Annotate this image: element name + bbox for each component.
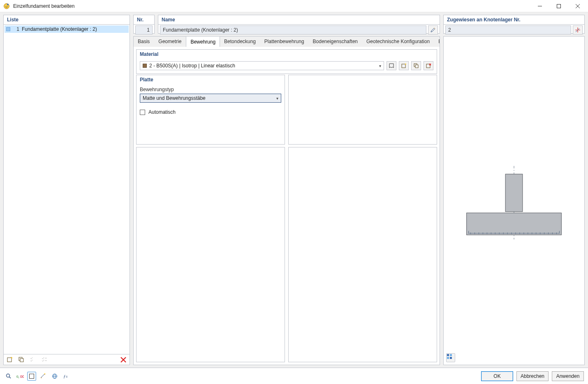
delete-item-button[interactable] — [119, 355, 128, 364]
svg-rect-15 — [415, 65, 418, 68]
svg-rect-55 — [30, 374, 34, 378]
svg-rect-6 — [7, 358, 12, 362]
ok-button[interactable]: OK — [481, 371, 513, 381]
workspace: Liste 1 Fundamentplatte (Knotenlager : 2… — [0, 12, 588, 368]
checklist-button[interactable] — [28, 355, 37, 364]
header-row: Nr. Name — [133, 15, 440, 34]
right-column: Zugewiesen an Knotenlager Nr. — [443, 15, 585, 365]
material-swatch — [143, 64, 147, 68]
assigned-pick-button[interactable] — [573, 25, 583, 34]
apply-button[interactable]: Anwenden — [552, 371, 584, 381]
svg-point-56 — [44, 373, 46, 374]
material-new-button[interactable] — [399, 61, 409, 70]
material-delete-button[interactable] — [424, 61, 433, 70]
tab-geometrie[interactable]: Geometrie — [154, 37, 186, 47]
footer-dimension-button[interactable] — [39, 372, 48, 381]
bewehrungstyp-value: Matte und Bewehrungsstäbe — [143, 95, 206, 101]
name-input[interactable] — [160, 25, 426, 34]
list-panel: Liste 1 Fundamentplatte (Knotenlager : 2… — [3, 15, 130, 365]
svg-rect-50 — [450, 357, 452, 359]
number-input[interactable] — [135, 25, 153, 34]
svg-rect-21 — [467, 213, 562, 235]
svg-rect-47 — [447, 354, 449, 356]
list-item-1[interactable]: 1 Fundamentplatte (Knotenlager : 2) — [5, 25, 129, 33]
assigned-input[interactable] — [445, 25, 571, 34]
new-item-button[interactable] — [5, 355, 14, 364]
checkbox-box — [140, 110, 145, 115]
chevron-down-icon: ▾ — [276, 96, 278, 101]
title-bar: Einzelfundament bearbeiten — [0, 0, 588, 12]
tab-bodeneigenschaften[interactable]: Bodeneigenschaften — [309, 37, 362, 47]
preview-svg — [444, 37, 584, 365]
number-box: Nr. — [133, 15, 155, 34]
window-controls — [530, 0, 587, 12]
automatisch-label: Automatisch — [148, 109, 176, 115]
svg-point-1 — [7, 4, 9, 5]
name-header: Name — [158, 15, 440, 25]
material-combo[interactable]: 2 - B500S(A) | Isotrop | Linear elastisc… — [140, 61, 384, 70]
minimize-button[interactable] — [530, 0, 549, 12]
footer-left-tools: 0,00 ƒ≡ — [4, 372, 71, 381]
material-library-button[interactable] — [387, 61, 396, 70]
list-body[interactable]: 1 Fundamentplatte (Knotenlager : 2) — [4, 25, 130, 354]
svg-point-51 — [7, 374, 10, 377]
bewehrungstyp-label: Bewehrungstyp — [140, 87, 281, 92]
tab-betonkonf[interactable]: Betonkonfiguration — [434, 37, 440, 47]
platte-empty-card — [288, 75, 437, 145]
list-item-label: Fundamentplatte (Knotenlager : 2) — [22, 26, 97, 32]
list-header: Liste — [4, 15, 130, 25]
tab-plattenbewehrung[interactable]: Plattenbewehrung — [260, 37, 309, 47]
svg-rect-20 — [505, 174, 523, 212]
platte-row: Platte Bewehrungstyp Matte und Bewehrung… — [136, 75, 437, 145]
assigned-header: Zugewiesen an Knotenlager Nr. — [444, 15, 584, 25]
tab-basis[interactable]: Basis — [134, 37, 154, 47]
app-icon — [3, 3, 10, 9]
list-toolbar — [4, 354, 130, 365]
tab-betondeckung[interactable]: Betondeckung — [220, 37, 260, 47]
svg-text:00: 00 — [20, 375, 24, 379]
svg-point-7 — [11, 357, 12, 359]
platte-header: Platte — [137, 75, 285, 84]
footer-search-button[interactable] — [4, 372, 13, 381]
list-item-color-swatch — [6, 27, 10, 31]
svg-rect-3 — [557, 4, 561, 8]
window-title: Einzelfundament bearbeiten — [13, 3, 530, 9]
tab-bewehrung[interactable]: Bewehrung — [186, 36, 220, 47]
footer-right-buttons: OK Abbrechen Anwenden — [481, 371, 584, 381]
material-value: 2 - B500S(A) | Isotrop | Linear elastisc… — [149, 63, 235, 69]
footer-globe-button[interactable] — [50, 372, 59, 381]
bottom-row — [136, 147, 437, 362]
assigned-box: Zugewiesen an Knotenlager Nr. — [443, 15, 585, 34]
checklist-alt-button[interactable] — [40, 355, 49, 364]
edit-name-button[interactable] — [428, 25, 438, 34]
svg-text:≡: ≡ — [66, 375, 68, 379]
bewehrungstyp-select[interactable]: Matte und Bewehrungsstäbe ▾ — [140, 94, 281, 103]
svg-line-52 — [9, 377, 11, 378]
svg-rect-49 — [447, 357, 449, 359]
footer-view-button[interactable] — [27, 372, 36, 381]
material-header: Material — [137, 50, 437, 59]
name-box: Name — [158, 15, 440, 34]
cancel-button[interactable]: Abbrechen — [516, 371, 549, 381]
material-copy-button[interactable] — [411, 61, 421, 70]
platte-card: Platte Bewehrungstyp Matte und Bewehrung… — [136, 75, 285, 145]
material-section: Material 2 - B500S(A) | Isotrop | Linear… — [136, 49, 437, 74]
bottom-left-card — [136, 147, 285, 362]
copy-item-button[interactable] — [17, 355, 26, 364]
maximize-button[interactable] — [549, 0, 568, 12]
preview-options-button[interactable] — [446, 353, 455, 362]
footer-units-button[interactable]: 0,00 — [16, 372, 25, 381]
tab-geotechkonf[interactable]: Geotechnische Konfiguration — [362, 37, 434, 47]
tab-content: Material 2 - B500S(A) | Isotrop | Linear… — [133, 47, 440, 365]
svg-rect-12 — [402, 64, 405, 68]
preview-panel — [443, 36, 585, 365]
close-button[interactable] — [568, 0, 587, 12]
svg-rect-9 — [20, 359, 23, 362]
automatisch-checkbox[interactable]: Automatisch — [140, 109, 281, 115]
bottom-right-card — [288, 147, 437, 362]
chevron-down-icon: ▾ — [379, 64, 381, 68]
preview-canvas[interactable] — [444, 37, 584, 365]
footer: 0,00 ƒ≡ OK Abbrechen Anwenden — [0, 368, 588, 384]
svg-point-13 — [405, 64, 406, 65]
footer-script-button[interactable]: ƒ≡ — [62, 372, 71, 381]
